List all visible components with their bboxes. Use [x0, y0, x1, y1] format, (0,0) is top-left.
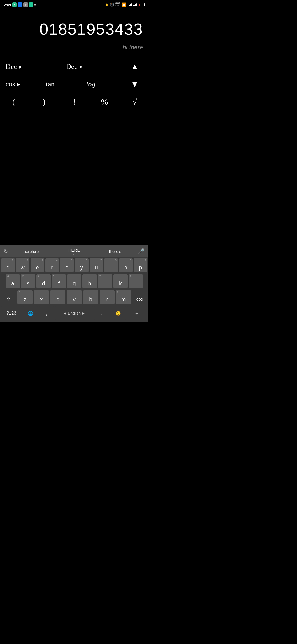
key-o[interactable]: 9o	[119, 258, 133, 272]
keyboard-row-1: 1q 2w 3e 4r 5t 6y 7u 8i 9o 0p	[0, 257, 148, 273]
keyboard-area: ↻ therefore THERE ... there's 🎤 1q 2w 3e…	[0, 245, 148, 322]
key-e[interactable]: 3e	[31, 258, 44, 272]
calc-row-1: Dec ▶ Dec ▶ ▲	[6, 59, 143, 74]
suggestions-bar: ↻ therefore THERE ... there's 🎤	[0, 245, 148, 257]
close-paren-btn[interactable]: )	[36, 97, 52, 107]
factorial-btn[interactable]: !	[66, 97, 82, 107]
notification-dot	[34, 4, 36, 6]
key-n[interactable]: ;n	[100, 290, 115, 304]
facebook-icon: f	[18, 2, 22, 7]
percent-btn[interactable]: %	[96, 97, 113, 107]
vibrate-icon: 📳	[110, 3, 114, 7]
calculator-main: 01851953433 hi there Dec ▶ Dec ▶ ▲ cos ▶…	[0, 9, 148, 152]
arrow-icon-1: ▶	[19, 64, 22, 69]
arrow-icon-2: ▶	[80, 64, 83, 69]
app-icon-2: i	[29, 2, 33, 7]
log-label: log	[86, 80, 95, 88]
space-btn[interactable]: ◄ English ►	[55, 306, 93, 320]
cos-label: cos	[6, 80, 15, 88]
arrow-icon-3: ▶	[17, 82, 20, 87]
suggestion-there[interactable]: THERE ...	[52, 247, 94, 256]
keyboard-row-3: ⇧ "z x c 'v b ;n /m ⌫	[0, 289, 148, 305]
key-r[interactable]: 4r	[45, 258, 59, 272]
calc-row-2: cos ▶ tan log ▼	[6, 77, 143, 92]
network-speed: 0.00 KB/S	[115, 2, 120, 7]
display-secondary: hi there	[6, 41, 143, 59]
key-f[interactable]: *f	[52, 274, 66, 288]
status-right: 🔔 📳 0.00 KB/S 📶	[105, 2, 145, 7]
display-hi: hi	[123, 44, 129, 51]
key-b[interactable]: b	[83, 290, 98, 304]
globe-btn[interactable]: 🌐	[23, 306, 38, 320]
mic-btn[interactable]: 🎤	[136, 248, 146, 255]
sqrt-btn[interactable]: √	[127, 97, 143, 107]
emoji-icon: 🙂	[116, 311, 121, 316]
dec-btn-1[interactable]: Dec ▶	[6, 62, 28, 71]
key-d[interactable]: &d	[36, 274, 51, 288]
signal-bars-2	[133, 3, 137, 6]
key-j[interactable]: ?j	[98, 274, 112, 288]
battery-icon	[139, 3, 145, 6]
period-btn[interactable]: .	[94, 306, 109, 320]
arrow-down-btn[interactable]: ▼	[127, 80, 143, 89]
tan-btn[interactable]: tan	[46, 80, 68, 88]
key-k[interactable]: (k	[113, 274, 128, 288]
suggestion-theres[interactable]: there's	[94, 248, 136, 255]
key-i[interactable]: 8i	[104, 258, 118, 272]
cos-btn[interactable]: cos ▶	[6, 80, 28, 88]
key-g[interactable]: -g	[67, 274, 81, 288]
key-x[interactable]: x	[34, 290, 49, 304]
alarm-icon: 🔔	[105, 3, 108, 6]
suggestion-therefore[interactable]: therefore	[10, 248, 52, 255]
display-there: there	[129, 44, 143, 51]
tan-label: tan	[46, 80, 55, 88]
key-h[interactable]: |h	[82, 274, 97, 288]
battery-fill	[139, 4, 140, 6]
app-icon-1: ●	[12, 2, 17, 7]
enter-btn[interactable]: ↵	[127, 306, 147, 320]
shift-btn[interactable]: ⇧	[1, 290, 16, 304]
dec-label-1: Dec	[6, 62, 17, 71]
key-v[interactable]: 'v	[67, 290, 82, 304]
log-btn[interactable]: log	[86, 80, 108, 88]
num123-btn[interactable]: ?123	[1, 306, 22, 320]
notification-icons: ● f ⚙ i	[12, 2, 36, 7]
time-display: 2:09	[4, 3, 11, 7]
globe-icon: 🌐	[28, 311, 33, 316]
status-bar: 2:09 ● f ⚙ i 🔔 📳 0.00 KB/S 📶	[0, 0, 148, 9]
key-l[interactable]: )l	[129, 274, 143, 288]
display-number: 01851953433	[6, 14, 143, 41]
keyboard-row-2: @a #s &d *f -g |h ?j (k )l	[0, 273, 148, 289]
key-w[interactable]: 2w	[16, 258, 30, 272]
key-q[interactable]: 1q	[1, 258, 15, 272]
key-m[interactable]: /m	[116, 290, 131, 304]
comma-btn[interactable]: ,	[39, 306, 54, 320]
gear-icon: ⚙	[23, 2, 28, 7]
key-t[interactable]: 5t	[60, 258, 74, 272]
key-c[interactable]: c	[50, 290, 65, 304]
key-p[interactable]: 0p	[134, 258, 147, 272]
dec-btn-2[interactable]: Dec ▶	[66, 62, 88, 71]
calc-row-3: ( ) ! % √	[6, 94, 143, 109]
backspace-btn[interactable]: ⌫	[132, 290, 147, 304]
key-y[interactable]: 6y	[75, 258, 89, 272]
wifi-icon: 📶	[122, 2, 126, 7]
open-paren-btn[interactable]: (	[6, 97, 22, 107]
enter-icon: ↵	[135, 311, 139, 316]
keyboard-bottom-row: ?123 🌐 , ◄ English ► . 🙂 ↵	[0, 305, 148, 322]
dec-label-2: Dec	[66, 62, 78, 71]
key-a[interactable]: @a	[6, 274, 20, 288]
key-z[interactable]: "z	[17, 290, 33, 304]
key-u[interactable]: 7u	[90, 258, 103, 272]
emoji-btn[interactable]: 🙂	[111, 306, 126, 320]
key-s[interactable]: #s	[21, 274, 35, 288]
arrow-up-btn[interactable]: ▲	[127, 62, 143, 71]
refresh-btn[interactable]: ↻	[2, 248, 10, 254]
signal-bars-1	[128, 3, 132, 6]
